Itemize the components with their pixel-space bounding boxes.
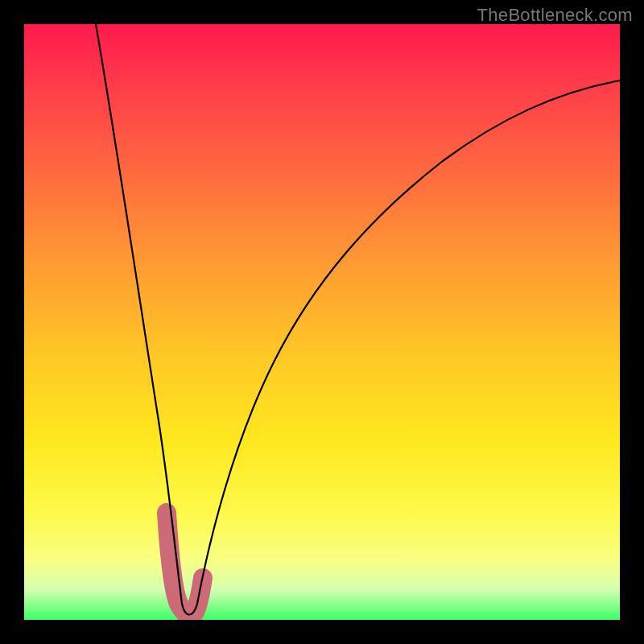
chart-frame: TheBottleneck.com [0, 0, 644, 644]
plot-area [24, 24, 620, 620]
attribution-label: TheBottleneck.com [477, 5, 633, 26]
curve-layer [24, 24, 620, 620]
